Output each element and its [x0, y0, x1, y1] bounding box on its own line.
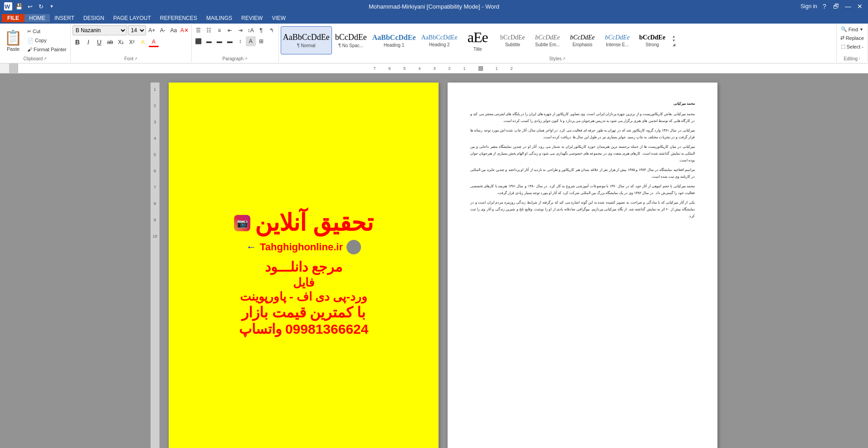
- flyer-content: 📷 تحقیق آنلاین ← Tahghighonline.ir مرجع …: [169, 83, 439, 448]
- design-menu[interactable]: DESIGN: [79, 14, 109, 22]
- select-icon: ⬚: [841, 44, 845, 49]
- justify-button[interactable]: ▬: [225, 36, 235, 46]
- paste-label: Paste: [7, 46, 20, 52]
- font-group: B Nazanin 14 A+ A- Aa A✕ B I U ab X₂ X² …: [71, 24, 192, 62]
- copy-button[interactable]: 📄 Copy: [25, 36, 68, 45]
- align-right-button[interactable]: ▬: [215, 36, 224, 46]
- paste-button[interactable]: 📋 Paste: [2, 27, 24, 54]
- rtl-button[interactable]: ↰: [267, 25, 277, 35]
- style-subtitle[interactable]: bCcDdEe Subtitle: [496, 26, 530, 54]
- references-menu[interactable]: REFERENCES: [156, 14, 202, 22]
- style-intense-em[interactable]: bCcDdEe Intense E...: [600, 26, 634, 54]
- save-quickaccess-icon[interactable]: 💾: [15, 2, 24, 11]
- pagelayout-menu[interactable]: PAGE LAYOUT: [109, 14, 156, 22]
- increase-indent-button[interactable]: ⇥: [235, 25, 245, 35]
- font-expand-icon[interactable]: ↗: [134, 57, 137, 61]
- superscript-button[interactable]: X²: [127, 37, 137, 47]
- numbering-button[interactable]: ☷: [204, 25, 214, 35]
- format-painter-button[interactable]: 🖌 Format Painter: [25, 45, 68, 54]
- customize-quickaccess-icon[interactable]: ▼: [47, 2, 56, 11]
- subscript-button[interactable]: X₂: [116, 37, 126, 47]
- insert-menu[interactable]: INSERT: [50, 14, 79, 22]
- decrease-indent-button[interactable]: ⇤: [225, 25, 235, 35]
- shading-button[interactable]: A: [246, 36, 256, 46]
- replace-button[interactable]: ⇄ Replace: [839, 34, 866, 42]
- styles-expand-icon[interactable]: ↗: [562, 57, 566, 61]
- editing-expand-icon[interactable]: ↑: [858, 57, 860, 61]
- style-normal-preview: AaBbCcDdEe: [283, 33, 330, 42]
- clipboard-group-label: Clipboard: [23, 56, 43, 61]
- find-button[interactable]: 🔍 Find ▼: [839, 25, 865, 33]
- scissors-icon: ✂: [27, 29, 31, 34]
- select-button[interactable]: ⬚ Select -: [839, 43, 865, 50]
- restore-button[interactable]: 🗗: [832, 2, 841, 11]
- signin-label[interactable]: Sign in: [800, 3, 817, 10]
- multilevel-list-button[interactable]: ≡: [215, 25, 224, 35]
- document-title: Mohammad-Mirkiyani [Compatibility Mode] …: [369, 3, 499, 10]
- style-title[interactable]: aЕе Title: [461, 26, 495, 54]
- editing-group-label: Editing: [844, 56, 858, 61]
- style-normal[interactable]: AaBbCcDdEe ¶ Normal: [281, 26, 332, 54]
- style-intense-em-preview: bCcDdEe: [605, 34, 629, 41]
- cut-button[interactable]: ✂ Cut: [25, 27, 68, 36]
- style-heading1[interactable]: AaBbCcDdEe Heading 1: [370, 26, 418, 54]
- style-heading1-label: Heading 1: [384, 43, 405, 48]
- home-menu[interactable]: HOME: [24, 14, 50, 22]
- mailings-menu[interactable]: MAILINGS: [202, 14, 237, 22]
- arrow-left-icon: ←: [246, 241, 256, 253]
- grow-font-button[interactable]: A+: [147, 25, 157, 35]
- sort-button[interactable]: ↕A: [246, 25, 256, 35]
- line-spacing-button[interactable]: ↕: [235, 36, 245, 46]
- bullets-button[interactable]: ☰: [194, 25, 204, 35]
- shrink-font-button[interactable]: A-: [158, 25, 168, 35]
- style-strong-preview: bCcDdEe: [639, 34, 666, 41]
- font-size-select[interactable]: 14: [128, 25, 146, 35]
- flyer-phone: 09981366624 واتساپ: [239, 321, 369, 337]
- styles-scroll-arrows[interactable]: ▲ ▼ ◢: [670, 33, 678, 49]
- replace-icon: ⇄: [840, 35, 844, 41]
- title-bar: W 💾 ↩ ↻ ▼ Mohammad-Mirkiyani [Compatibil…: [0, 0, 868, 13]
- style-strong[interactable]: bCcDdEe Strong: [635, 26, 669, 54]
- editing-group: 🔍 Find ▼ ⇄ Replace ⬚ Select - Editing ↑: [837, 24, 868, 62]
- file-menu[interactable]: FILE: [2, 14, 24, 22]
- help-button[interactable]: ?: [820, 2, 829, 11]
- italic-button[interactable]: I: [83, 37, 93, 47]
- style-title-preview: aЕе: [468, 29, 488, 46]
- style-nospace[interactable]: bCcDdEe ¶ No Spac...: [333, 26, 369, 54]
- redo-icon[interactable]: ↻: [36, 2, 45, 11]
- strikethrough-button[interactable]: ab: [105, 37, 115, 47]
- align-center-button[interactable]: ▬: [204, 36, 214, 46]
- minimize-button[interactable]: —: [844, 2, 853, 11]
- bold-button[interactable]: B: [73, 37, 83, 47]
- borders-button[interactable]: ⊞: [256, 36, 266, 46]
- flyer-url: Tahghighonline.ir: [260, 241, 343, 253]
- style-heading2-preview: AaBbCcDdEe: [421, 34, 458, 41]
- style-heading2[interactable]: AaBbCcDdEe Heading 2: [419, 26, 460, 54]
- paragraph-expand-icon[interactable]: ↗: [244, 57, 248, 61]
- document-area[interactable]: 12345678910 📷 تحقیق آنلاین ← Tahghighonl…: [0, 73, 868, 448]
- show-hide-button[interactable]: ¶: [256, 25, 266, 35]
- clear-formatting-button[interactable]: A✕: [180, 25, 190, 35]
- undo-icon[interactable]: ↩: [25, 2, 34, 11]
- change-case-button[interactable]: Aa: [169, 25, 179, 35]
- styles-down-arrow[interactable]: ▼: [672, 39, 676, 43]
- styles-expand-arrow[interactable]: ◢: [673, 43, 675, 47]
- underline-button[interactable]: U: [94, 37, 104, 47]
- clipboard-group: 📋 Paste ✂ Cut 📄 Copy 🖌 Format Painter: [0, 24, 71, 62]
- view-menu[interactable]: VIEW: [267, 14, 290, 22]
- page2-para-1: میرکیانی در سال ۱۳۸۱ وارد گروه کاریکاتور…: [470, 127, 695, 141]
- paragraph-group-label: Paragraph: [222, 56, 244, 61]
- text-highlight-button[interactable]: A: [138, 37, 148, 47]
- style-subtle-em[interactable]: bCcDdEe Subtle Em...: [531, 26, 565, 54]
- style-subtitle-label: Subtitle: [505, 42, 520, 47]
- review-menu[interactable]: REVIEW: [237, 14, 267, 22]
- font-name-select[interactable]: B Nazanin: [73, 25, 127, 35]
- page2-para-2: میرکیانی در میان کاریکاتوریست ها از جمله…: [470, 143, 695, 164]
- styles-up-arrow[interactable]: ▲: [672, 34, 676, 39]
- align-left-button[interactable]: ⬛: [194, 36, 204, 46]
- close-button[interactable]: ✕: [855, 2, 864, 11]
- style-emphasis[interactable]: bCcDdEe Emphasis: [566, 26, 600, 54]
- clipboard-expand-icon[interactable]: ↗: [44, 57, 47, 61]
- font-color-button[interactable]: A: [149, 37, 159, 47]
- page2-title: محمد میرکیانی: [470, 101, 695, 107]
